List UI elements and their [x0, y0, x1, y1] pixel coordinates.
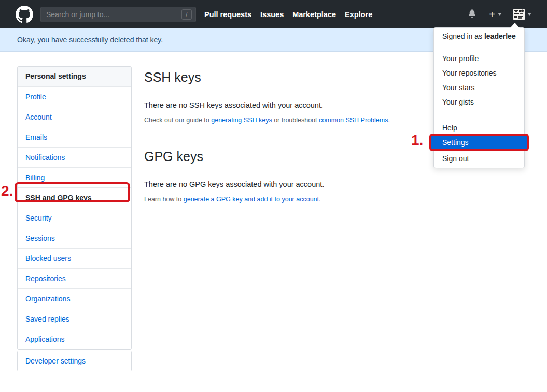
signed-in-prefix: Signed in as [442, 32, 484, 40]
slash-shortcut-key: / [181, 9, 192, 20]
gpg-help-note: Learn how to generate a GPG key and add … [144, 195, 529, 204]
gpg-empty-message: There are no GPG keys associated with yo… [144, 180, 529, 189]
sidebar-item-repositories[interactable]: Repositories [18, 268, 131, 288]
settings-sidebar: Personal settings Profile Account Emails… [17, 66, 132, 350]
sidebar-item-developer-settings[interactable]: Developer settings [18, 351, 131, 371]
plus-icon: + [489, 9, 495, 20]
sidebar-item-account[interactable]: Account [18, 107, 131, 127]
sidebar-item-security[interactable]: Security [18, 208, 131, 228]
menu-item-settings-annotated[interactable]: Settings [429, 134, 529, 151]
ssh-help-prefix: Check out our guide to [144, 117, 211, 124]
nav-marketplace[interactable]: Marketplace [292, 10, 336, 19]
menu-item-your-profile[interactable]: Your profile [434, 51, 524, 66]
sidebar-header: Personal settings [18, 67, 131, 86]
menu-item-your-repositories[interactable]: Your repositories [434, 66, 524, 80]
signed-in-as: Signed in as leaderlee [434, 28, 524, 45]
common-ssh-problems-link[interactable]: common SSH Problems. [319, 117, 390, 124]
username: leaderlee [484, 32, 516, 40]
nav-explore[interactable]: Explore [345, 10, 372, 19]
menu-item-sign-out[interactable]: Sign out [434, 151, 524, 166]
sidebar-item-ssh-gpg-keys[interactable]: SSH and GPG keys [18, 187, 131, 208]
sidebar-item-billing[interactable]: Billing [18, 167, 131, 187]
sidebar-item-emails[interactable]: Emails [18, 127, 131, 147]
menu-item-your-gists[interactable]: Your gists [434, 95, 524, 109]
nav-issues[interactable]: Issues [260, 10, 284, 19]
menu-actions-group: Help Settings Sign out [434, 118, 524, 168]
sidebar-item-applications[interactable]: Applications [18, 329, 131, 349]
generating-ssh-keys-link[interactable]: generating SSH keys [211, 117, 272, 124]
sidebar-item-organizations[interactable]: Organizations [18, 288, 131, 309]
sidebar-item-saved-replies[interactable]: Saved replies [18, 309, 131, 329]
sidebar-item-notifications[interactable]: Notifications [18, 147, 131, 167]
header-right-controls: + [468, 0, 531, 28]
dropdown-caret-icon [510, 23, 520, 28]
gpg-help-prefix: Learn how to [144, 196, 184, 203]
sidebar-item-profile[interactable]: Profile [18, 86, 131, 107]
avatar [513, 9, 525, 20]
ssh-help-middle: or troubleshoot [272, 117, 319, 124]
top-header: / Pull requests Issues Marketplace Explo… [0, 0, 547, 28]
github-logo-icon[interactable] [16, 6, 33, 23]
generate-gpg-key-link[interactable]: generate a GPG key and add it to your ac… [184, 196, 321, 203]
sidebar-item-blocked-users[interactable]: Blocked users [18, 248, 131, 268]
chevron-down-icon [498, 13, 502, 16]
developer-settings-box: Developer settings [17, 351, 132, 371]
search-box: / [40, 7, 196, 22]
menu-profile-group: Your profile Your repositories Your star… [434, 45, 524, 118]
menu-item-your-stars[interactable]: Your stars [434, 80, 524, 95]
search-input[interactable] [41, 10, 181, 19]
menu-item-help[interactable]: Help [434, 121, 524, 135]
user-dropdown-menu: Signed in as leaderlee Your profile Your… [433, 27, 525, 168]
chevron-down-icon [527, 13, 531, 16]
primary-nav: Pull requests Issues Marketplace Explore [204, 10, 381, 19]
annotation-step-2: 2. [1, 183, 13, 199]
sidebar-item-sessions[interactable]: Sessions [18, 228, 131, 248]
user-menu-toggle[interactable] [513, 9, 531, 20]
bell-icon[interactable] [468, 9, 476, 20]
create-new-menu[interactable]: + [489, 9, 502, 20]
nav-pull-requests[interactable]: Pull requests [204, 10, 251, 19]
